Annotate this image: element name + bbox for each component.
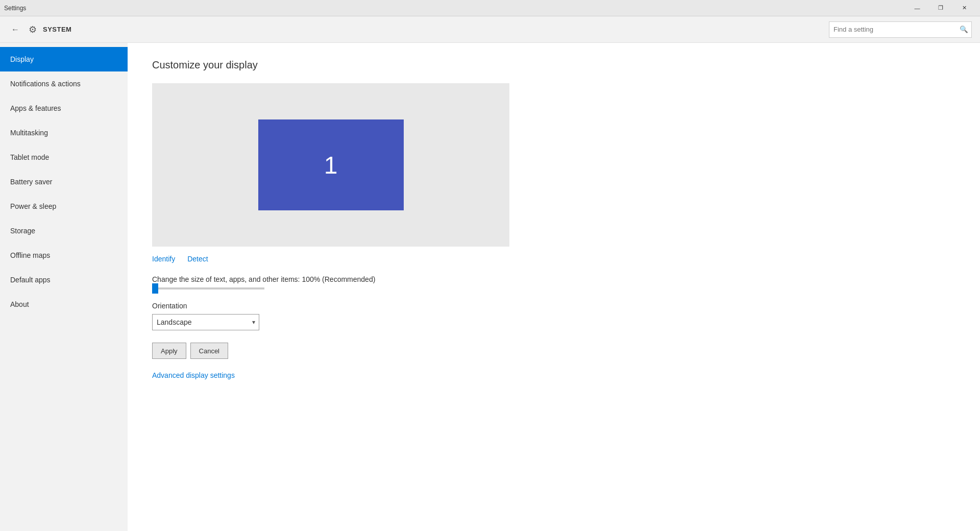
scale-slider[interactable] bbox=[152, 287, 264, 289]
gear-icon: ⚙ bbox=[29, 24, 37, 35]
app-container: ← ⚙ SYSTEM 🔍 Display Notifications & act… bbox=[0, 16, 980, 531]
detect-button[interactable]: Detect bbox=[187, 255, 208, 263]
identify-button[interactable]: Identify bbox=[152, 255, 175, 263]
close-button[interactable]: ✕ bbox=[952, 0, 976, 16]
sidebar-item-notifications-label: Notifications & actions bbox=[10, 80, 81, 88]
apply-button[interactable]: Apply bbox=[152, 343, 186, 359]
sidebar-item-power[interactable]: Power & sleep bbox=[0, 194, 128, 219]
search-box: 🔍 bbox=[829, 21, 972, 38]
buttons-row: Apply Cancel bbox=[152, 343, 955, 359]
display-preview: 1 bbox=[152, 83, 509, 247]
search-icon[interactable]: 🔍 bbox=[957, 21, 971, 38]
sidebar-item-display-label: Display bbox=[10, 55, 34, 63]
sidebar-item-storage-label: Storage bbox=[10, 227, 35, 235]
title-bar-controls: — ❐ ✕ bbox=[905, 0, 976, 16]
orientation-select[interactable]: Landscape Portrait Landscape (flipped) P… bbox=[152, 314, 259, 330]
sidebar-item-notifications[interactable]: Notifications & actions bbox=[0, 71, 128, 96]
search-input[interactable] bbox=[829, 26, 957, 33]
back-button[interactable]: ← bbox=[8, 22, 22, 37]
sidebar-item-multitasking-label: Multitasking bbox=[10, 129, 48, 137]
sidebar-item-battery-label: Battery saver bbox=[10, 178, 52, 186]
minimize-button[interactable]: — bbox=[905, 0, 929, 16]
title-bar-left: Settings bbox=[4, 5, 26, 12]
app-title: SYSTEM bbox=[43, 26, 71, 33]
restore-button[interactable]: ❐ bbox=[929, 0, 952, 16]
sidebar-item-defaultapps-label: Default apps bbox=[10, 276, 51, 284]
sidebar-item-about-label: About bbox=[10, 300, 29, 308]
page-title: Customize your display bbox=[152, 59, 955, 71]
sidebar-item-battery[interactable]: Battery saver bbox=[0, 170, 128, 194]
cancel-button[interactable]: Cancel bbox=[190, 343, 228, 359]
slider-container bbox=[152, 287, 955, 289]
display-number: 1 bbox=[324, 151, 338, 179]
sidebar-item-offlinemaps-label: Offline maps bbox=[10, 251, 50, 259]
sidebar-item-storage[interactable]: Storage bbox=[0, 219, 128, 243]
slider-thumb[interactable] bbox=[152, 283, 158, 294]
monitor-display: 1 bbox=[258, 119, 404, 210]
settings-title: Settings bbox=[4, 5, 26, 12]
sidebar: Display Notifications & actions Apps & f… bbox=[0, 43, 128, 531]
links-row: Identify Detect bbox=[152, 255, 955, 263]
sidebar-item-display[interactable]: Display bbox=[0, 47, 128, 71]
sidebar-item-tablet[interactable]: Tablet mode bbox=[0, 145, 128, 170]
sidebar-item-power-label: Power & sleep bbox=[10, 202, 56, 210]
scale-label: Change the size of text, apps, and other… bbox=[152, 275, 955, 283]
main-layout: Display Notifications & actions Apps & f… bbox=[0, 43, 980, 531]
sidebar-item-tablet-label: Tablet mode bbox=[10, 153, 49, 161]
sidebar-item-multitasking[interactable]: Multitasking bbox=[0, 120, 128, 145]
orientation-label: Orientation bbox=[152, 302, 955, 310]
title-bar: Settings — ❐ ✕ bbox=[0, 0, 980, 16]
sidebar-item-offlinemaps[interactable]: Offline maps bbox=[0, 243, 128, 268]
app-header: ← ⚙ SYSTEM 🔍 bbox=[0, 16, 980, 43]
sidebar-item-apps-label: Apps & features bbox=[10, 104, 61, 112]
orientation-select-wrapper: Landscape Portrait Landscape (flipped) P… bbox=[152, 314, 259, 330]
advanced-display-settings-link[interactable]: Advanced display settings bbox=[152, 371, 235, 379]
sidebar-item-defaultapps[interactable]: Default apps bbox=[0, 268, 128, 292]
sidebar-item-about[interactable]: About bbox=[0, 292, 128, 317]
content-area: Customize your display 1 Identify Detect… bbox=[128, 43, 980, 531]
sidebar-item-apps[interactable]: Apps & features bbox=[0, 96, 128, 120]
